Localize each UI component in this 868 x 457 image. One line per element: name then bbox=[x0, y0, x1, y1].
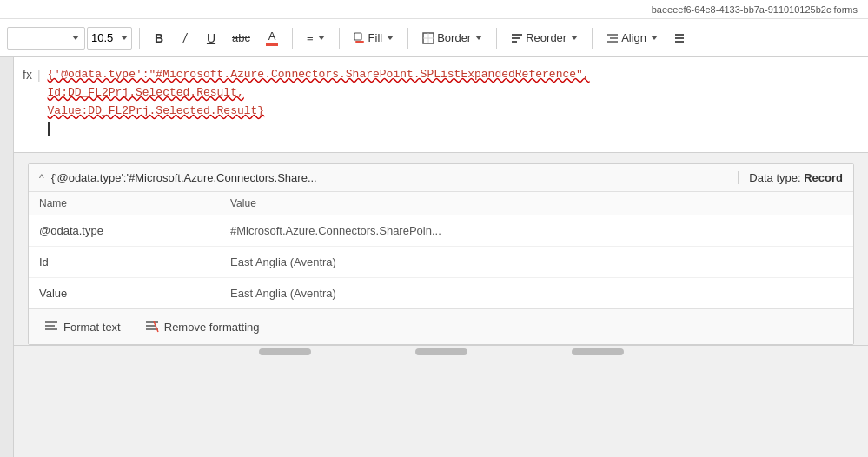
left-strip bbox=[0, 57, 14, 457]
table-header-row: Name Value bbox=[29, 192, 853, 215]
align-button[interactable]: ≡ bbox=[300, 25, 332, 51]
table-cell-value: #Microsoft.Azure.Connectors.SharePoin... bbox=[220, 215, 853, 247]
data-panel-title: {'@odata.type':'#Microsoft.Azure.Connect… bbox=[51, 171, 732, 184]
toolbar-fill-group: Fill bbox=[347, 25, 401, 51]
border-label: Border bbox=[437, 31, 471, 44]
data-type-value: Record bbox=[804, 171, 843, 184]
title-bar-text: baeeeef6-64e8-4133-bb7a-911010125b2c for… bbox=[652, 4, 858, 15]
svg-rect-7 bbox=[512, 41, 517, 43]
fx-separator: | bbox=[37, 68, 41, 82]
col-value-header: Value bbox=[220, 192, 853, 215]
remove-formatting-button[interactable]: Remove formatting bbox=[140, 316, 265, 337]
svg-rect-6 bbox=[512, 37, 520, 39]
table-cell-name: @odata.type bbox=[29, 215, 220, 247]
app-container: baeeeef6-64e8-4133-bb7a-911010125b2c for… bbox=[0, 0, 868, 457]
col-name-header: Name bbox=[29, 192, 220, 215]
svg-rect-1 bbox=[355, 41, 364, 43]
toolbar-sep-4 bbox=[407, 28, 408, 49]
toolbar-sep-3 bbox=[339, 28, 340, 49]
font-color-button[interactable]: A bbox=[259, 25, 285, 51]
svg-line-20 bbox=[154, 321, 158, 332]
content-row: fx | {'@odata.type':"#Microsoft.Azure.Co… bbox=[0, 57, 868, 457]
svg-rect-5 bbox=[512, 34, 522, 36]
reorder-chevron-icon bbox=[571, 36, 578, 40]
reorder-button[interactable]: Reorder bbox=[504, 25, 585, 51]
toolbar-align-group: ≡ bbox=[300, 25, 332, 51]
align-right-chevron-icon bbox=[651, 36, 658, 40]
scrollbar-thumb-3[interactable] bbox=[572, 348, 624, 355]
toolbar-format-group: B / U abc A bbox=[147, 25, 285, 51]
border-button[interactable]: Border bbox=[415, 25, 489, 51]
reorder-label: Reorder bbox=[526, 31, 567, 44]
table-row: IdEast Anglia (Aventra) bbox=[29, 247, 853, 278]
border-icon bbox=[422, 32, 434, 44]
formula-line-2: Id:DD_FL2Prj.Selected.Result, bbox=[48, 84, 859, 103]
formula-cursor bbox=[48, 122, 50, 136]
formula-area: fx | {'@odata.type':"#Microsoft.Azure.Co… bbox=[14, 57, 868, 153]
table-cell-name: Value bbox=[29, 278, 220, 309]
svg-rect-0 bbox=[354, 33, 361, 40]
strikethrough-button[interactable]: abc bbox=[225, 25, 257, 51]
data-table-body: @odata.type#Microsoft.Azure.Connectors.S… bbox=[29, 215, 853, 309]
data-table: Name Value @odata.type#Microsoft.Azure.C… bbox=[29, 192, 853, 308]
toolbar-font-group: 10.5 bbox=[7, 27, 132, 50]
format-text-label: Format text bbox=[63, 321, 121, 334]
italic-button[interactable]: / bbox=[173, 25, 197, 51]
format-text-icon bbox=[44, 320, 58, 334]
toolbar-sep-6 bbox=[592, 28, 593, 49]
font-size-chevron-icon bbox=[121, 36, 128, 40]
formula-editor[interactable]: {'@odata.type':"#Microsoft.Azure.Connect… bbox=[48, 64, 859, 136]
data-type-label: Data type: bbox=[749, 171, 800, 184]
extra-align-icon bbox=[673, 32, 686, 44]
font-color-underline bbox=[266, 43, 278, 46]
fill-label: Fill bbox=[368, 31, 383, 44]
font-size-dropdown[interactable]: 10.5 bbox=[87, 27, 132, 50]
border-chevron-icon bbox=[475, 36, 482, 40]
font-name-dropdown[interactable] bbox=[7, 27, 85, 50]
toolbar-reorder-group: Reorder bbox=[504, 25, 585, 51]
format-text-button[interactable]: Format text bbox=[39, 316, 126, 337]
table-row: ValueEast Anglia (Aventra) bbox=[29, 278, 853, 309]
svg-rect-12 bbox=[675, 37, 684, 39]
align-icon: ≡ bbox=[307, 31, 314, 44]
scrollbar-thumb-2[interactable] bbox=[415, 348, 467, 355]
align-right-label: Align bbox=[621, 31, 646, 44]
align-right-button[interactable]: Align bbox=[600, 25, 665, 51]
table-cell-value: East Anglia (Aventra) bbox=[220, 247, 853, 278]
fill-button[interactable]: Fill bbox=[347, 25, 401, 51]
align-chevron-icon bbox=[318, 36, 325, 40]
formula-line-3: Value:DD_FL2Prj.Selected.Result} bbox=[48, 103, 859, 121]
formula-line-1: {'@odata.type':"#Microsoft.Azure.Connect… bbox=[48, 66, 859, 84]
font-name-chevron-icon bbox=[72, 36, 79, 40]
svg-rect-11 bbox=[675, 34, 684, 36]
table-cell-name: Id bbox=[29, 247, 220, 278]
body-area: ^ {'@odata.type':'#Microsoft.Azure.Conne… bbox=[14, 153, 868, 457]
fx-text: fx bbox=[23, 68, 32, 82]
toolbar-alignr-group: Align bbox=[600, 25, 692, 51]
data-type-badge: Data type: Record bbox=[738, 171, 843, 184]
remove-formatting-icon bbox=[145, 320, 159, 334]
scrollbar-thumb-1[interactable] bbox=[259, 348, 311, 355]
font-color-icon: A bbox=[266, 30, 278, 46]
collapse-icon[interactable]: ^ bbox=[39, 172, 44, 184]
data-panel: ^ {'@odata.type':'#Microsoft.Azure.Conne… bbox=[28, 163, 854, 345]
font-size-label: 10.5 bbox=[91, 31, 113, 44]
font-color-letter: A bbox=[268, 30, 276, 43]
title-bar: baeeeef6-64e8-4133-bb7a-911010125b2c for… bbox=[0, 0, 868, 19]
scrollbar-area bbox=[14, 345, 868, 357]
underline-button[interactable]: U bbox=[199, 25, 223, 51]
bottom-toolbar: Format text Remove f bbox=[29, 308, 853, 344]
toolbar-sep-2 bbox=[292, 28, 293, 49]
fill-chevron-icon bbox=[387, 36, 394, 40]
toolbar-sep-5 bbox=[496, 28, 497, 49]
toolbar: 10.5 B / U abc A ≡ bbox=[0, 19, 868, 57]
table-row: @odata.type#Microsoft.Azure.Connectors.S… bbox=[29, 215, 853, 247]
data-panel-header: ^ {'@odata.type':'#Microsoft.Azure.Conne… bbox=[29, 164, 853, 192]
bold-button[interactable]: B bbox=[147, 25, 171, 51]
fill-icon bbox=[354, 32, 366, 44]
extra-align-button[interactable] bbox=[666, 25, 692, 51]
table-cell-value: East Anglia (Aventra) bbox=[220, 278, 853, 309]
main-content: fx | {'@odata.type':"#Microsoft.Azure.Co… bbox=[14, 57, 868, 457]
remove-formatting-label: Remove formatting bbox=[164, 321, 260, 334]
align-right-icon bbox=[606, 32, 619, 44]
